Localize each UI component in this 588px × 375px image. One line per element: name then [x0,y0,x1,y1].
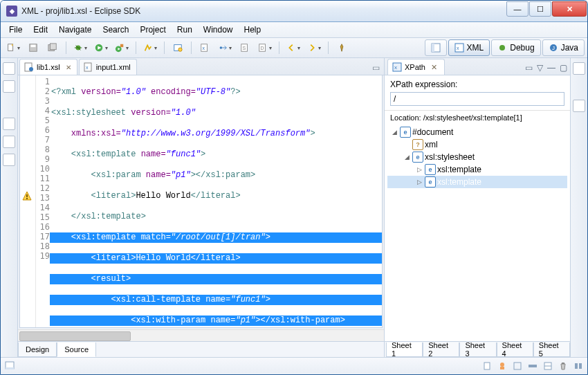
menu-window[interactable]: Window [198,24,239,36]
element-icon: e [400,127,411,138]
nav-back-button[interactable] [284,40,303,55]
tree-node-template-1[interactable]: ▷ e xsl:template [387,163,567,176]
perspective-java[interactable]: JJava [542,39,585,56]
title-bar: ◆ XML - proj/lib1.xsl - Eclipse SDK — ☐ … [1,1,587,22]
editor-horizontal-scrollbar[interactable] [18,329,384,341]
snippets-icon[interactable] [3,136,15,148]
sheet-tab-3[interactable]: Sheet 3 [459,342,496,357]
status-bar [1,357,587,374]
properties-icon[interactable] [573,100,585,112]
xpath-location: Location: /xsl:stylesheet/xsl:template[1… [385,111,570,125]
menu-project[interactable]: Project [134,24,171,36]
menu-file[interactable]: File [3,24,28,36]
maximize-editor-icon[interactable]: ▭ [372,63,380,73]
gc-icon[interactable] [558,361,568,371]
editor-tab-lib1[interactable]: lib1.xsl ✕ [19,59,77,75]
maximize-button[interactable]: ☐ [529,1,551,17]
save-button[interactable] [24,40,42,55]
svg-rect-5 [50,44,57,50]
editor-area: lib1.xsl ✕ x input1.xml ▭ 1234567 [18,58,385,357]
pin-button[interactable] [333,40,351,55]
stylesheets-icon[interactable] [3,154,15,166]
view-menu-icon[interactable]: ▭ [525,63,533,73]
expand-icon[interactable]: ▷ [415,179,423,185]
svg-text:x: x [394,64,397,71]
app-window: ◆ XML - proj/lib1.xsl - Eclipse SDK — ☐ … [0,0,588,375]
menu-run[interactable]: Run [172,24,198,36]
xpath-view-title: XPath [405,63,425,71]
source-code[interactable]: <?xml version="1.0" encoding="UTF-8"?> <… [50,75,382,327]
sheet-tab-4[interactable]: Sheet 4 [497,342,533,357]
editor-tab-input1[interactable]: x input1.xml [79,59,137,75]
run-button[interactable] [91,40,111,55]
tree-node-template-2[interactable]: ▷ e xsl:template [387,176,567,188]
sheet-tab-1[interactable]: Sheet 1 [386,342,423,357]
fastview-icon[interactable] [5,361,15,371]
close-view-icon[interactable]: ✕ [431,63,437,72]
close-editor-icon[interactable]: ✕ [66,64,71,71]
xpath-result-tree[interactable]: ◢ e #document ? xml ◢ e xsl:stylesheet ▷… [385,125,570,341]
nav-forward-button[interactable] [304,40,324,55]
svg-rect-1 [12,44,13,46]
expand-icon[interactable]: ▷ [415,166,423,173]
tree-node-document[interactable]: ◢ e #document [387,126,567,138]
minimize-view-icon[interactable]: — [547,63,555,73]
sheet-tab-2[interactable]: Sheet 2 [423,342,459,357]
svg-rect-24 [432,44,434,52]
schema-tool-button[interactable]: S [236,40,254,55]
svg-rect-36 [26,198,28,199]
search-button[interactable] [140,40,160,55]
design-tab[interactable]: Design [18,342,57,357]
minimize-button[interactable]: — [506,1,529,17]
xpath-icon: x [392,62,402,72]
status-icon-5[interactable] [543,361,553,371]
menu-edit[interactable]: Edit [28,24,53,36]
perspective-switcher: xXML Debug JJava [425,39,585,56]
svg-rect-44 [514,363,521,369]
xsl-tool-button[interactable] [215,40,235,55]
status-icon-4[interactable] [528,361,538,371]
menu-help[interactable]: Help [239,24,267,36]
menu-search[interactable]: Search [97,24,134,36]
templates-icon[interactable] [3,118,15,130]
perspective-debug[interactable]: Debug [491,39,540,56]
collapse-icon[interactable]: ◢ [390,129,398,136]
xpath-view-tab[interactable]: x XPath ✕ [387,59,445,75]
window-controls: — ☐ ✕ [506,1,587,21]
status-icon-3[interactable] [513,361,522,371]
menu-navigate[interactable]: Navigate [53,24,97,36]
dtd-tool-button[interactable]: D [255,40,275,55]
open-perspective-button[interactable] [425,39,447,56]
workbench-body: lib1.xsl ✕ x input1.xml ▭ 1234567 [1,58,587,357]
line-number-gutter: 12345678910111213141516171819 [36,75,50,327]
source-tab[interactable]: Source [57,342,96,357]
sheet-tab-5[interactable]: Sheet 5 [533,342,570,357]
status-icon-7[interactable] [573,361,583,371]
project-explorer-icon[interactable] [3,62,15,75]
status-icon-1[interactable] [482,361,492,371]
svg-text:x: x [86,65,89,70]
collapse-icon[interactable]: ◢ [403,154,411,161]
tree-node-xml[interactable]: ? xml [387,138,567,151]
xpath-expression-area: XPath expression: [385,75,570,111]
tree-label: #document [412,127,453,137]
save-all-button[interactable] [44,40,62,55]
tree-node-stylesheet[interactable]: ◢ e xsl:stylesheet [387,151,567,163]
perspective-xml[interactable]: xXML [448,39,490,56]
xpath-expression-input[interactable] [390,92,564,106]
status-icon-2[interactable] [497,361,507,371]
xpath-tool-button[interactable]: x [196,40,214,55]
xml-validate-button[interactable] [169,40,187,55]
debug-button[interactable] [71,40,90,55]
editor-tab-label: input1.xml [96,63,131,71]
outline-icon[interactable] [573,62,585,75]
main-toolbar: x S D xXML Debug JJava [1,38,587,58]
external-tools-button[interactable] [112,40,131,55]
new-button[interactable] [3,40,23,55]
navigator-icon[interactable] [3,80,15,93]
maximize-view-icon[interactable]: ▢ [560,63,567,73]
xpath-tabstrip: x XPath ✕ ▭ ▽ — ▢ [385,58,570,75]
close-button[interactable]: ✕ [552,1,587,17]
view-dropdown-icon[interactable]: ▽ [537,63,543,73]
editor-page-tabs: Design Source [18,341,384,357]
